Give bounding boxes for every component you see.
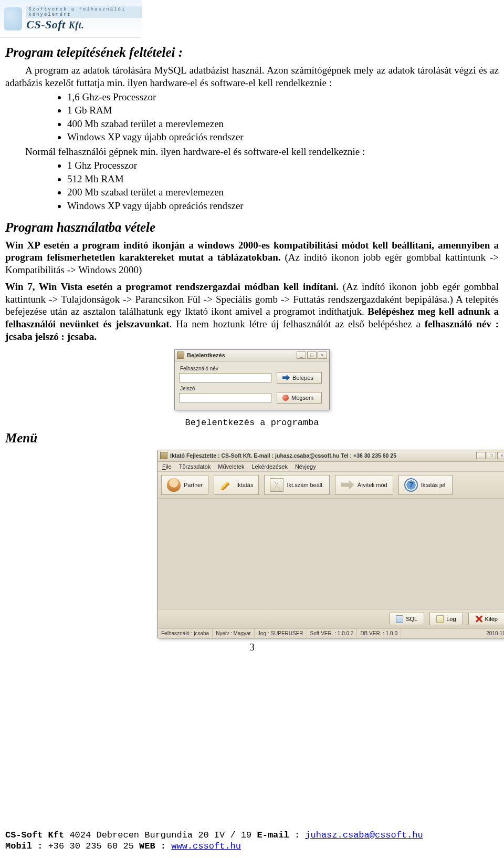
menu-muveletek[interactable]: Műveletek bbox=[218, 463, 244, 470]
list-item: 1 Gb RAM bbox=[67, 104, 499, 117]
sql-icon bbox=[396, 615, 403, 623]
usage-paragraph-xp: Win XP esetén a program indító ikonján a… bbox=[5, 239, 499, 276]
window-icon bbox=[160, 452, 167, 459]
cancel-icon bbox=[282, 395, 289, 401]
server-requirements-list: 1,6 Ghz-es Processzor 1 Gb RAM 400 Mb sz… bbox=[67, 90, 499, 144]
login-caption: Bejelentkezés a programba bbox=[5, 418, 499, 428]
app-toolbar: Partner Iktatás Ikt.szám beáll. Átviteli… bbox=[158, 472, 504, 499]
toolbar-atviteli-button[interactable]: Átviteli mód bbox=[335, 475, 393, 495]
client-requirements-intro: Normál felhasználói gépnek min. ilyen ha… bbox=[25, 146, 499, 158]
list-item: 512 Mb RAM bbox=[67, 172, 499, 186]
status-user: Felhasználó : jcsaba bbox=[158, 629, 213, 638]
list-item: 1 Ghz Processzor bbox=[67, 159, 499, 172]
username-label: Felhasználó név bbox=[180, 366, 325, 371]
pencil-icon bbox=[219, 478, 233, 492]
sql-button[interactable]: SQL bbox=[389, 613, 424, 625]
app-client-area bbox=[158, 499, 504, 609]
close-button[interactable]: × bbox=[318, 352, 327, 359]
list-item: 1,6 Ghz-es Processzor bbox=[67, 90, 499, 104]
toolbar-iktatas-button[interactable]: Iktatás bbox=[214, 475, 259, 495]
app-titlebar: Iktató Fejlesztette : CS-Soft Kft. E-mai… bbox=[158, 450, 504, 462]
password-label: Jelszó bbox=[180, 386, 325, 391]
menu-torzsadatok[interactable]: Törzsadatok bbox=[179, 463, 211, 470]
footer-web-link[interactable]: www.cssoft.hu bbox=[171, 841, 241, 851]
page-footer: CS-Soft Kft 4024 Debrecen Burgundia 20 I… bbox=[0, 830, 504, 852]
company-logo-banner: Szoftverek a felhasználói kényelemért CS… bbox=[0, 0, 142, 38]
section-heading-menu: Menü bbox=[5, 431, 499, 446]
list-item: 400 Mb szabad terület a merevlemezen bbox=[67, 117, 499, 131]
app-bottom-toolbar: SQL Log Kilép bbox=[158, 609, 504, 628]
list-item: Windows XP vagy újabb opreációs rendszer bbox=[67, 130, 499, 144]
log-button[interactable]: Log bbox=[429, 613, 463, 625]
login-window-title: Bejelentkezés bbox=[187, 352, 296, 358]
cancel-button[interactable]: Mégsem bbox=[277, 392, 322, 404]
logo-tagline: Szoftverek a felhasználói kényelemért bbox=[26, 6, 142, 18]
toolbar-partner-button[interactable]: Partner bbox=[161, 475, 208, 495]
client-requirements-list: 1 Ghz Processzor 512 Mb RAM 200 Mb szaba… bbox=[67, 159, 499, 213]
login-button-label: Belépés bbox=[292, 375, 313, 381]
menu-lekerdezesek[interactable]: Lekérdezések bbox=[251, 463, 288, 470]
envelope-icon bbox=[270, 478, 284, 492]
maximize-button[interactable]: □ bbox=[487, 452, 496, 459]
section-heading-requirements: Program telepítésének feltételei : bbox=[5, 45, 499, 60]
section-heading-usage: Program használatba vétele bbox=[5, 220, 499, 235]
transfer-icon bbox=[341, 478, 354, 492]
status-language: Nyelv : Magyar bbox=[213, 629, 255, 638]
page-number: 3 bbox=[5, 642, 499, 653]
list-item: 200 Mb szabad terület a merevlemezen bbox=[67, 185, 499, 199]
menu-nevjegy[interactable]: Névjegy bbox=[295, 463, 316, 470]
menu-file[interactable]: File bbox=[162, 463, 172, 470]
app-window-title: Iktató Fejlesztette : CS-Soft Kft. E-mai… bbox=[170, 452, 475, 459]
partner-icon bbox=[167, 478, 181, 492]
usage-paragraph-win7: Win 7, Win Vista esetén a programot rend… bbox=[5, 281, 499, 343]
minimize-button[interactable]: _ bbox=[297, 352, 306, 359]
login-window-screenshot: Bejelentkezés _ □ × Felhasználó név Belé… bbox=[174, 349, 330, 410]
password-input[interactable] bbox=[179, 393, 271, 402]
exit-icon bbox=[475, 615, 482, 623]
status-soft-version: Soft VER. : 1.0.0.2 bbox=[307, 629, 358, 638]
enter-icon bbox=[282, 375, 290, 381]
login-titlebar: Bejelentkezés _ □ × bbox=[175, 350, 329, 361]
status-db-version: DB VER. : 1.0.0 bbox=[357, 629, 401, 638]
username-input[interactable] bbox=[179, 373, 271, 383]
footer-email-link[interactable]: juhasz.csaba@cssoft.hu bbox=[305, 830, 423, 840]
stamp-icon bbox=[404, 478, 418, 492]
login-button[interactable]: Belépés bbox=[277, 372, 322, 384]
logo-graphic bbox=[4, 7, 22, 30]
log-icon bbox=[436, 615, 444, 623]
requirements-intro: A program az adatok tárolására MySQL ada… bbox=[5, 64, 499, 89]
status-role: Jog : SUPERUSER bbox=[255, 629, 307, 638]
exit-button[interactable]: Kilép bbox=[468, 613, 504, 625]
main-app-window-screenshot: Iktató Fejlesztette : CS-Soft Kft. E-mai… bbox=[158, 450, 504, 638]
app-statusbar: Felhasználó : jcsaba Nyelv : Magyar Jog … bbox=[158, 628, 504, 638]
logo-name: CS-Soft Kft. bbox=[26, 18, 142, 32]
app-menubar: File Törzsadatok Műveletek Lekérdezések … bbox=[158, 462, 504, 472]
close-button[interactable]: × bbox=[497, 452, 504, 459]
window-icon bbox=[177, 352, 184, 359]
status-date: 2010-10 bbox=[401, 629, 504, 638]
cancel-button-label: Mégsem bbox=[291, 395, 313, 401]
toolbar-iktjel-button[interactable]: Iktatás jel. bbox=[398, 475, 453, 495]
toolbar-iktszam-button[interactable]: Ikt.szám beáll. bbox=[264, 475, 329, 495]
maximize-button[interactable]: □ bbox=[307, 352, 317, 359]
list-item: Windows XP vagy újabb opreációs rendszer bbox=[67, 199, 499, 213]
minimize-button[interactable]: _ bbox=[476, 452, 486, 459]
